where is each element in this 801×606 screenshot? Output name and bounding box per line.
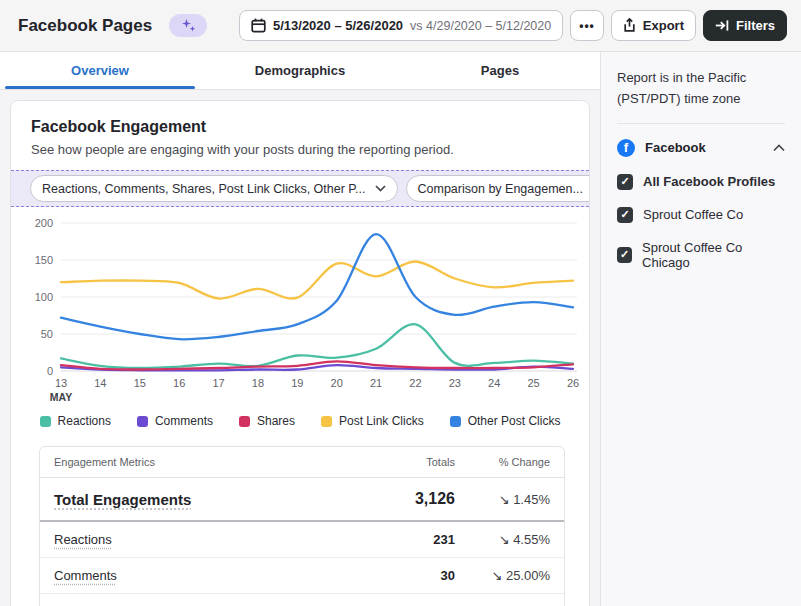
legend-swatch-icon	[137, 416, 148, 427]
table-row-total-engagements: Total Engagements3,126↘ 1.45%	[40, 478, 564, 522]
sparkle-icon	[180, 18, 197, 33]
table-header-row: Engagement Metrics Totals % Change	[40, 447, 564, 478]
export-label: Export	[643, 18, 684, 33]
metric-label[interactable]: Comments	[54, 568, 340, 583]
svg-text:0: 0	[47, 365, 53, 377]
profile-label: Sprout Coffee Co Chicago	[642, 240, 785, 270]
legend-swatch-icon	[239, 416, 250, 427]
report-tabs: OverviewDemographicsPages	[0, 52, 600, 90]
network-group-facebook[interactable]: f Facebook	[617, 139, 785, 157]
profile-label: Sprout Coffee Co	[643, 207, 743, 222]
svg-text:16: 16	[173, 377, 185, 389]
page-title: Facebook Pages	[18, 16, 152, 36]
export-button[interactable]: Export	[611, 10, 696, 41]
card-subtitle: See how people are engaging with your po…	[31, 142, 569, 157]
svg-text:19: 19	[291, 377, 303, 389]
network-label: Facebook	[645, 140, 763, 155]
checkbox-checked-icon[interactable]: ✓	[617, 247, 632, 263]
tab-overview[interactable]: Overview	[0, 52, 200, 89]
col-change-header: % Change	[455, 456, 550, 468]
legend-item-comments[interactable]: Comments	[137, 414, 213, 428]
svg-text:50: 50	[41, 328, 53, 340]
timezone-note: Report is in the Pacific (PST/PDT) time …	[617, 67, 785, 124]
svg-text:18: 18	[252, 377, 264, 389]
svg-text:21: 21	[370, 377, 382, 389]
profile-label: All Facebook Profiles	[643, 174, 775, 189]
svg-text:14: 14	[94, 377, 106, 389]
svg-text:15: 15	[134, 377, 146, 389]
chart-filter-bar: Reactions, Comments, Shares, Post Link C…	[11, 170, 589, 207]
svg-text:13: 13	[55, 377, 67, 389]
svg-text:25: 25	[527, 377, 539, 389]
legend-label: Shares	[257, 414, 295, 428]
ellipsis-icon: •••	[579, 19, 595, 33]
legend-swatch-icon	[450, 416, 461, 427]
facebook-icon: f	[617, 139, 635, 157]
legend-label: Comments	[155, 414, 213, 428]
filters-button[interactable]: Filters	[703, 10, 787, 41]
comparison-dropdown[interactable]: Comparison by Engagemen...	[406, 175, 590, 202]
filters-icon	[715, 19, 729, 32]
legend-item-other-post-clicks[interactable]: Other Post Clicks	[450, 414, 561, 428]
profile-checkbox-row[interactable]: ✓All Facebook Profiles	[617, 174, 785, 190]
legend-item-shares[interactable]: Shares	[239, 414, 295, 428]
calendar-icon	[251, 18, 266, 33]
svg-text:150: 150	[35, 254, 53, 266]
metrics-dropdown[interactable]: Reactions, Comments, Shares, Post Link C…	[30, 175, 398, 202]
card-title: Facebook Engagement	[31, 118, 569, 136]
svg-text:26: 26	[567, 377, 579, 389]
chart-legend: ReactionsCommentsSharesPost Link ClicksO…	[27, 414, 573, 436]
chevron-up-icon	[773, 144, 785, 152]
svg-text:22: 22	[409, 377, 421, 389]
export-icon	[623, 18, 636, 33]
engagement-chart: 0501001502001314151617181920212223242526…	[11, 207, 589, 436]
table-row-comments: Comments30↘ 25.00%	[40, 558, 564, 594]
tab-pages[interactable]: Pages	[400, 52, 600, 89]
chevron-down-icon	[375, 185, 386, 192]
ai-assist-button[interactable]	[169, 14, 207, 37]
header-actions: 5/13/2020 – 5/26/2020 vs 4/29/2020 – 5/1…	[239, 10, 787, 41]
metric-change: ↘ 4.55%	[455, 532, 550, 547]
more-options-button[interactable]: •••	[570, 10, 604, 41]
legend-item-post-link-clicks[interactable]: Post Link Clicks	[321, 414, 424, 428]
legend-label: Reactions	[58, 414, 111, 428]
metric-label[interactable]: Total Engagements	[54, 491, 340, 508]
date-range-button[interactable]: 5/13/2020 – 5/26/2020 vs 4/29/2020 – 5/1…	[239, 10, 563, 41]
col-metric-header: Engagement Metrics	[54, 456, 340, 468]
col-totals-header: Totals	[340, 456, 455, 468]
legend-swatch-icon	[40, 416, 51, 427]
filters-sidebar: Report is in the Pacific (PST/PDT) time …	[600, 52, 801, 606]
checkbox-checked-icon[interactable]: ✓	[617, 207, 633, 223]
svg-text:100: 100	[35, 291, 53, 303]
table-row-shares: Shares71↗ 9.23%	[40, 594, 564, 606]
legend-swatch-icon	[321, 416, 332, 427]
svg-text:200: 200	[35, 217, 53, 229]
tab-demographics[interactable]: Demographics	[200, 52, 400, 89]
profile-list: ✓All Facebook Profiles✓Sprout Coffee Co✓…	[617, 174, 785, 270]
metric-label[interactable]: Reactions	[54, 532, 340, 547]
table-row-reactions: Reactions231↘ 4.55%	[40, 522, 564, 558]
svg-text:20: 20	[331, 377, 343, 389]
metric-change: ↘ 1.45%	[455, 492, 550, 507]
legend-label: Other Post Clicks	[468, 414, 561, 428]
checkbox-checked-icon[interactable]: ✓	[617, 174, 633, 190]
metric-total: 3,126	[340, 490, 455, 508]
engagement-metrics-table: Engagement Metrics Totals % Change Total…	[39, 446, 565, 606]
legend-item-reactions[interactable]: Reactions	[40, 414, 111, 428]
profile-checkbox-row[interactable]: ✓Sprout Coffee Co	[617, 207, 785, 223]
legend-label: Post Link Clicks	[339, 414, 424, 428]
metric-total: 30	[340, 568, 455, 583]
main-content: OverviewDemographicsPages Facebook Engag…	[0, 52, 600, 606]
compare-range-label: vs 4/29/2020 – 5/12/2020	[410, 19, 551, 33]
svg-text:24: 24	[488, 377, 500, 389]
profile-checkbox-row[interactable]: ✓Sprout Coffee Co Chicago	[617, 240, 785, 270]
svg-text:17: 17	[212, 377, 224, 389]
line-chart[interactable]: 0501001502001314151617181920212223242526…	[27, 213, 583, 411]
metric-change: ↘ 25.00%	[455, 568, 550, 583]
filters-label: Filters	[736, 18, 775, 33]
engagement-card: Facebook Engagement See how people are e…	[10, 100, 590, 606]
metric-total: 231	[340, 532, 455, 547]
svg-text:23: 23	[449, 377, 461, 389]
date-range-label: 5/13/2020 – 5/26/2020	[273, 18, 403, 33]
svg-text:MAY: MAY	[50, 391, 72, 403]
